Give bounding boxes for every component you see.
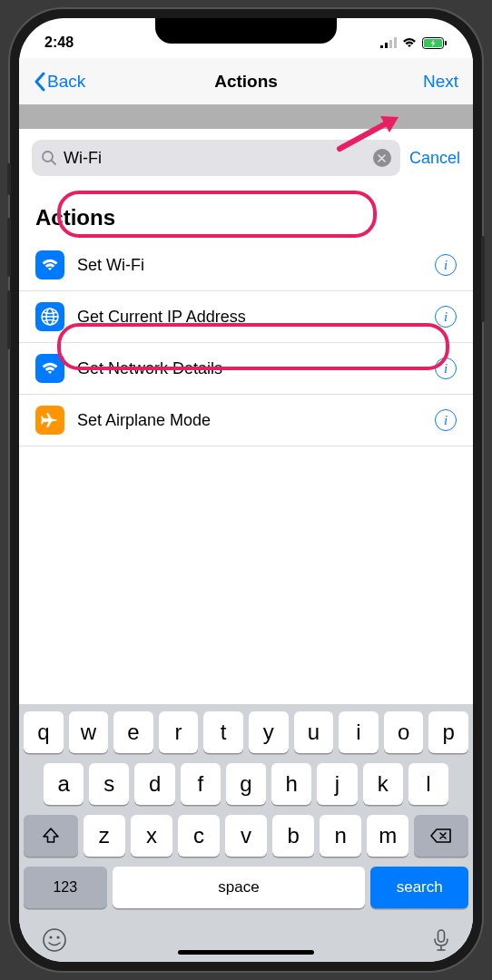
key-o[interactable]: o [384, 711, 424, 753]
key-n[interactable]: n [320, 815, 361, 857]
wifi-icon [35, 354, 64, 383]
cancel-button[interactable]: Cancel [409, 149, 460, 168]
nav-bar: Back Actions Next [19, 58, 473, 105]
action-label: Get Network Details [77, 359, 422, 378]
key-i[interactable]: i [339, 711, 379, 753]
shift-icon [42, 827, 60, 845]
search-icon [41, 150, 57, 166]
shift-key[interactable] [24, 815, 78, 857]
action-row[interactable]: Get Network Details i [19, 343, 473, 395]
key-d[interactable]: d [134, 763, 174, 805]
key-j[interactable]: j [317, 763, 357, 805]
key-p[interactable]: p [428, 711, 468, 753]
svg-rect-6 [445, 41, 447, 45]
numbers-key[interactable]: 123 [24, 867, 107, 908]
info-button[interactable]: i [435, 409, 457, 431]
key-l[interactable]: l [408, 763, 448, 805]
key-z[interactable]: z [84, 815, 125, 857]
svg-point-13 [49, 936, 52, 938]
key-e[interactable]: e [113, 711, 153, 753]
info-button[interactable]: i [435, 254, 457, 276]
annotation-arrow [335, 113, 406, 156]
key-w[interactable]: w [69, 711, 109, 753]
action-label: Set Wi-Fi [77, 256, 422, 275]
wifi-icon [35, 250, 64, 279]
keyboard: qwertyuiop asdfghjkl zxcvbnm 123 space s… [19, 704, 473, 962]
key-h[interactable]: h [271, 763, 311, 805]
key-s[interactable]: s [89, 763, 129, 805]
wifi-icon [401, 37, 418, 49]
svg-point-12 [44, 929, 65, 951]
key-q[interactable]: q [24, 711, 64, 753]
svg-point-14 [56, 936, 59, 938]
emoji-key[interactable] [42, 927, 67, 953]
chevron-left-icon [34, 72, 45, 92]
info-button[interactable]: i [435, 306, 457, 328]
dictation-key[interactable] [432, 927, 450, 953]
back-button[interactable]: Back [34, 72, 85, 92]
battery-icon [422, 37, 448, 49]
next-button[interactable]: Next [423, 72, 458, 92]
action-row[interactable]: Set Airplane Mode i [19, 395, 473, 446]
svg-point-7 [43, 152, 53, 162]
airplane-icon [35, 406, 64, 435]
action-label: Set Airplane Mode [77, 411, 422, 430]
section-header: Actions [19, 187, 473, 240]
key-f[interactable]: f [181, 763, 221, 805]
svg-line-8 [52, 161, 55, 164]
svg-rect-15 [438, 930, 445, 942]
key-t[interactable]: t [203, 711, 243, 753]
svg-rect-2 [389, 40, 392, 48]
delete-key[interactable] [414, 815, 468, 857]
action-label: Get Current IP Address [77, 308, 422, 327]
key-k[interactable]: k [363, 763, 403, 805]
key-y[interactable]: y [249, 711, 289, 753]
space-key[interactable]: space [113, 867, 366, 908]
info-button[interactable]: i [435, 358, 457, 379]
action-row[interactable]: Set Wi-Fi i [19, 240, 473, 291]
key-r[interactable]: r [159, 711, 199, 753]
delete-icon [430, 828, 452, 844]
key-u[interactable]: u [294, 711, 334, 753]
time: 2:48 [44, 34, 74, 51]
key-b[interactable]: b [272, 815, 314, 857]
key-c[interactable]: c [178, 815, 220, 857]
cellular-icon [380, 37, 397, 48]
key-x[interactable]: x [131, 815, 172, 857]
key-g[interactable]: g [226, 763, 266, 805]
key-a[interactable]: a [44, 763, 84, 805]
search-key[interactable]: search [370, 867, 468, 908]
globe-icon [35, 302, 64, 331]
svg-rect-1 [385, 43, 388, 48]
home-indicator[interactable] [178, 950, 314, 955]
svg-rect-3 [394, 37, 397, 48]
search-input[interactable] [64, 149, 367, 168]
svg-rect-0 [380, 45, 383, 48]
page-title: Actions [214, 72, 278, 92]
key-v[interactable]: v [225, 815, 267, 857]
key-m[interactable]: m [367, 815, 408, 857]
action-row[interactable]: Get Current IP Address i [19, 291, 473, 343]
